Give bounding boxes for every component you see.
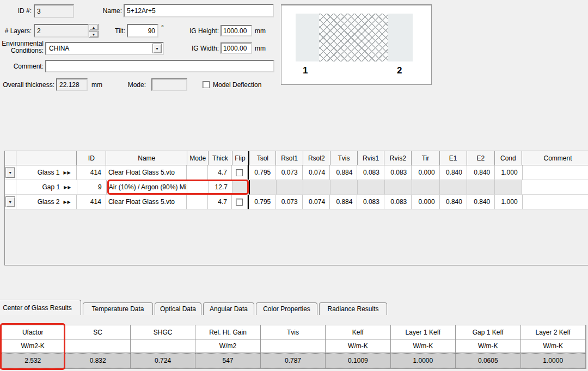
tab-angular-data[interactable]: Angular Data [203,302,254,315]
flip-checkbox[interactable] [236,169,243,176]
header-comment: Comment [522,151,588,165]
glass-1-rvis1-cell: 0.083 [357,165,384,180]
glass-1-thick-cell[interactable]: 4.7 [208,165,232,180]
gap-1-tvis-cell [330,180,358,195]
glass-1-id-cell[interactable]: 414 [77,165,106,180]
tab-temperature-data[interactable]: Temperature Data [83,302,153,315]
glass-2-rvis1-cell: 0.083 [357,195,384,209]
glass-1-name-cell[interactable]: Clear Float Glass 5.vto [106,165,187,180]
layers-value: 2 [37,27,41,35]
gap-1-thick-cell[interactable]: 12.7 [209,180,232,195]
combo-arrow-icon[interactable]: ▼ [152,44,162,53]
glass-2-comment-cell[interactable] [523,195,588,209]
glass-2-tir-cell: 0.000 [412,195,439,209]
header-e1: E1 [440,151,467,165]
layer-1-number: 1 [303,65,308,76]
glass-2-mode-cell[interactable] [187,195,208,209]
glazing-row-glass-1: ▼ Glass 1▶▶ 414 Clear Float Glass 5.vto … [5,165,588,180]
glass-2-e1-cell: 0.840 [440,195,467,209]
gap-1-mode-cell[interactable] [187,180,209,195]
layer-2-number: 2 [397,65,402,76]
tab-center-of-glass-results[interactable]: Center of Glass Results [0,300,81,315]
flip-checkbox[interactable] [236,199,243,206]
glass-2-flip-cell [232,195,248,209]
unit-layer2-keff: W/m-K [521,339,586,353]
value-sc: 0.832 [65,353,130,368]
open-library-icon[interactable]: ▶▶ [63,200,71,205]
glass-1-cond-cell: 1.000 [495,165,522,180]
gap-1-tsol-cell [249,180,277,195]
glass-1-rvis2-cell: 0.083 [384,165,412,180]
tab-color-properties[interactable]: Color Properties [256,302,317,315]
id-value: 3 [37,8,41,15]
results-values-row: 2.532 0.832 0.724 547 0.787 0.1009 1.000… [1,353,586,368]
unit-ufactor: W/m2-K [1,339,65,353]
open-library-icon[interactable]: ▶▶ [64,185,71,190]
glass-2-name-cell[interactable]: Clear Float Glass 5.vto [106,195,187,209]
glass-2-tvis-cell: 0.884 [330,195,357,209]
ig-width-unit: mm [255,45,266,52]
glazing-table-header: ID Name Mode Thick Flip Tsol Rsol1 Rsol2… [5,151,588,165]
gas-gap-graphic [319,14,388,61]
glass-1-mode-cell[interactable] [187,165,208,180]
env-conditions-label: Environmental Conditions: [0,40,44,54]
result-col-shgc: SHGC [131,325,195,339]
open-library-icon[interactable]: ▶▶ [63,170,71,175]
name-field[interactable]: 5+12Ar+5 [124,4,274,17]
mode-field [151,78,187,91]
comment-field[interactable] [45,60,274,72]
result-col-rel-ht-gain: Rel. Ht. Gain [195,325,260,339]
result-col-sc: SC [65,325,130,339]
env-conditions-dropdown[interactable]: CHINA ▼ [45,42,164,55]
id-field[interactable]: 3 [34,4,74,18]
ig-height-value: 1000.00 [223,27,247,35]
glass-layer-2-graphic [388,14,413,61]
dropdown-arrow-icon[interactable]: ▼ [5,167,15,178]
header-tvis: Tvis [330,151,358,165]
gap-1-expander-cell [5,180,16,195]
row-label: Glass 1 [38,169,60,176]
header-rsol1: Rsol1 [276,151,303,165]
gap-1-flip-cell [232,180,249,195]
glass-2-expander-cell: ▼ [5,195,16,209]
row-label: Glass 2 [38,198,60,206]
overall-thickness-field: 22.128 [56,78,88,91]
dropdown-arrow-icon[interactable]: ▼ [5,196,15,207]
ig-width-field[interactable]: 1000.00 [220,42,252,54]
header-flip: Flip [232,151,248,165]
gap-1-id-cell[interactable]: 9 [77,180,107,195]
glass-1-rsol2-cell: 0.074 [303,165,330,180]
ig-height-field[interactable]: 1000.00 [220,25,252,36]
glazing-layers-table: ID Name Mode Thick Flip Tsol Rsol1 Rsol2… [4,151,588,265]
gap-1-name-cell[interactable]: Air (10%) / Argon (90%) Mix [107,180,187,195]
gap-1-comment-cell[interactable] [522,180,588,195]
gap-1-rsol2-cell [303,180,330,195]
tilt-field[interactable]: 90 [127,24,158,38]
layers-field[interactable]: 2 [34,24,89,38]
id-label: ID #: [0,7,32,15]
gap-1-e1-cell [440,180,467,195]
glass-1-flip-cell [232,165,248,180]
comment-label: Comment: [0,63,44,70]
model-deflection-checkbox[interactable] [203,81,210,88]
header-rvis1: Rvis1 [358,151,384,165]
unit-shgc [131,339,195,353]
glazing-row-glass-2: ▼ Glass 2▶▶ 414 Clear Float Glass 5.vto … [5,195,588,209]
tilt-label: Tilt: [90,27,125,35]
result-col-layer2-keff: Layer 2 Keff [521,325,586,339]
overall-thickness-value: 22.128 [59,81,79,89]
env-conditions-value: CHINA [49,45,152,52]
value-rel-ht-gain: 547 [195,353,260,368]
value-tvis: 0.787 [261,353,326,368]
value-keff: 0.1009 [326,353,390,368]
glass-2-thick-cell[interactable]: 4.7 [208,195,232,209]
glass-2-id-cell[interactable]: 414 [77,195,106,209]
result-col-layer1-keff: Layer 1 Keff [391,325,456,339]
glass-2-rsol1-cell: 0.073 [275,195,302,209]
glass-2-e2-cell: 0.840 [467,195,495,209]
tab-radiance-results[interactable]: Radiance Results [319,302,387,315]
glass-1-comment-cell[interactable] [523,165,588,180]
tab-optical-data[interactable]: Optical Data [155,302,201,315]
gap-1-tir-cell [412,180,440,195]
header-name: Name [106,151,187,165]
